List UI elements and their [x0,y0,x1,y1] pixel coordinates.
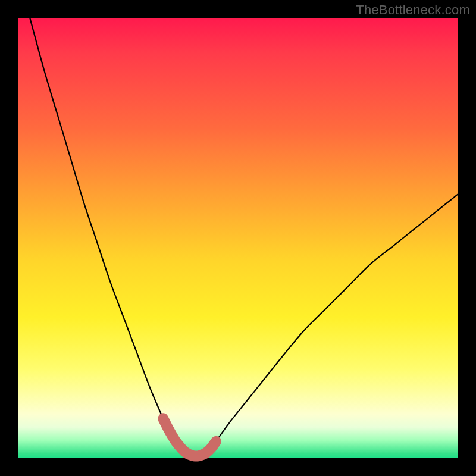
bottleneck-curve [18,0,458,456]
watermark-text: TheBottleneck.com [356,2,470,18]
chart-plot-area [18,18,458,458]
chart-frame: TheBottleneck.com [0,0,476,476]
chart-svg [18,18,458,458]
optimal-zone-marker [163,418,216,456]
